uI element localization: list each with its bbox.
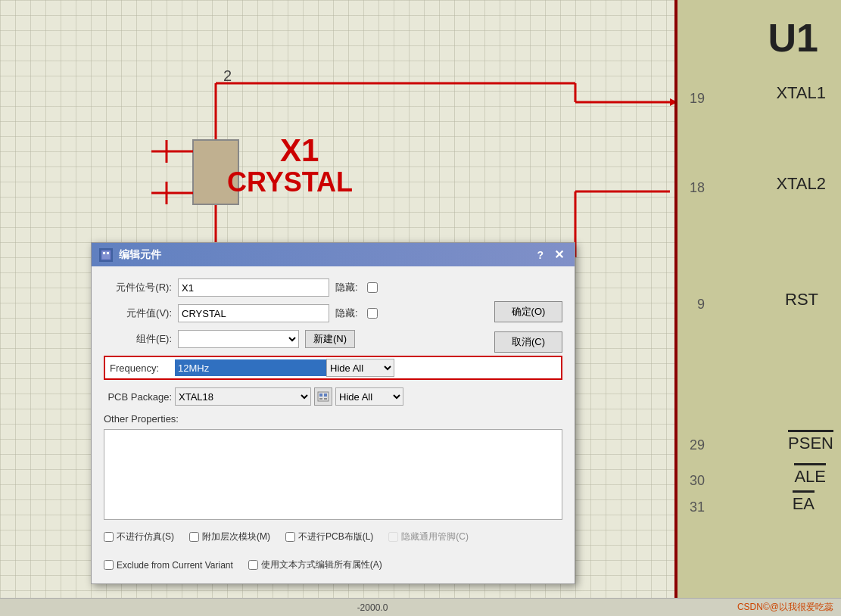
text-edit-label: 使用文本方式编辑所有属性(A): [261, 558, 382, 571]
add-module-checkbox[interactable]: [189, 532, 199, 542]
pin29-number: 29: [690, 437, 705, 453]
svg-rect-22: [319, 394, 322, 397]
no-sim-checkbox-label[interactable]: 不进行仿真(S): [104, 530, 174, 543]
pin18-number: 18: [690, 180, 705, 196]
frequency-hide-select[interactable]: Hide All Show: [326, 359, 394, 377]
exclude-variant-checkbox-label[interactable]: Exclude from Current Variant: [104, 558, 233, 571]
hide-pins-label: 隐藏通用管脚(C): [401, 530, 469, 543]
pin30-label: ALE: [794, 463, 826, 487]
text-edit-checkbox-label[interactable]: 使用文本方式编辑所有属性(A): [248, 558, 382, 571]
dialog-title: 编辑元件: [119, 248, 161, 262]
svg-rect-20: [107, 252, 109, 254]
dialog-titlebar: 编辑元件 ? ✕: [92, 243, 575, 266]
exclude-variant-checkbox[interactable]: [104, 560, 114, 570]
dialog-icon: [99, 248, 113, 262]
dialog-action-buttons: 确定(O) 取消(C): [494, 301, 562, 353]
other-properties-label: Other Properties:: [104, 413, 562, 425]
svg-rect-23: [324, 394, 327, 397]
pcb-browse-button[interactable]: [314, 387, 332, 406]
new-group-button[interactable]: 新建(N): [305, 330, 355, 348]
ref-input[interactable]: [178, 278, 329, 297]
dialog-body: 确定(O) 取消(C) 元件位号(R): 隐藏: 元件值(V): 隐藏: 组件(…: [92, 266, 575, 583]
pin19-label: XTAL1: [776, 83, 826, 103]
value-hide-checkbox[interactable]: [367, 308, 378, 319]
svg-rect-24: [319, 398, 322, 400]
status-watermark: CSDN©@以我很爱吃蕊: [737, 601, 833, 614]
ok-button[interactable]: 确定(O): [494, 301, 562, 322]
no-pcb-checkbox-label[interactable]: 不进行PCB布版(L): [285, 530, 373, 543]
pin31-label: EA: [793, 490, 815, 514]
pin18-label: XTAL2: [776, 174, 826, 194]
crystal-type-label: CRYSTAL: [227, 166, 353, 198]
component-title: U1: [768, 15, 818, 61]
no-sim-label: 不进行仿真(S): [117, 530, 174, 543]
frequency-input[interactable]: [175, 359, 326, 376]
no-pcb-checkbox[interactable]: [285, 532, 295, 542]
status-bar: -2000.0 CSDN©@以我很爱吃蕊: [0, 598, 841, 616]
svg-rect-19: [103, 252, 105, 254]
component-block: U1 19 XTAL1 18 XTAL2 9 RST 29 PSEN 30 AL…: [674, 0, 841, 616]
frequency-label: Frequency:: [107, 362, 175, 374]
svg-rect-25: [324, 398, 327, 400]
hide-pins-checkbox[interactable]: [388, 532, 398, 542]
add-module-label: 附加层次模块(M): [202, 530, 270, 543]
crystal-ref-label: X1: [280, 132, 319, 169]
hide-pins-checkbox-label[interactable]: 隐藏通用管脚(C): [388, 530, 469, 543]
hide-label-1: 隐藏:: [335, 281, 358, 294]
pin31-number: 31: [690, 499, 705, 515]
exclude-variant-label: Exclude from Current Variant: [117, 560, 233, 571]
dialog-help-button[interactable]: ?: [532, 249, 548, 261]
cancel-button[interactable]: 取消(C): [494, 331, 562, 353]
pcb-select[interactable]: XTAL18: [175, 387, 311, 406]
group-label: 组件(E):: [104, 332, 172, 346]
ref-row: 元件位号(R): 隐藏:: [104, 278, 562, 297]
value-label: 元件值(V):: [104, 306, 172, 320]
status-coordinates: -2000.0: [357, 602, 388, 613]
pcb-hide-select[interactable]: Hide All Show: [335, 387, 403, 406]
svg-rect-18: [101, 250, 111, 260]
pin9-label: RST: [785, 290, 818, 310]
ref-label: 元件位号(R):: [104, 281, 172, 294]
frequency-row: Frequency: Hide All Show: [104, 356, 562, 380]
dialog-titlebar-left: 编辑元件: [99, 248, 161, 262]
dialog-controls: ? ✕: [532, 247, 567, 262]
no-sim-checkbox[interactable]: [104, 532, 114, 542]
checkboxes-section: 不进行仿真(S) 附加层次模块(M) 不进行PCB布版(L) 隐藏通用管脚(C)…: [104, 530, 562, 571]
pin9-number: 9: [697, 297, 705, 313]
pin29-label: PSEN: [788, 430, 833, 453]
no-pcb-label: 不进行PCB布版(L): [298, 530, 373, 543]
hide-label-2: 隐藏:: [335, 306, 358, 320]
pcb-label: PCB Package:: [104, 391, 172, 403]
dialog-close-button[interactable]: ✕: [551, 247, 567, 262]
edit-component-dialog: 编辑元件 ? ✕ 确定(O) 取消(C) 元件位号(R): 隐藏: 元件值(V)…: [91, 242, 575, 584]
group-select[interactable]: [178, 330, 299, 348]
pin30-number: 30: [690, 473, 705, 489]
ref-hide-checkbox[interactable]: [367, 282, 378, 293]
text-edit-checkbox[interactable]: [248, 560, 258, 570]
pin19-number: 19: [690, 91, 705, 107]
value-input[interactable]: [178, 304, 329, 322]
pcb-row: PCB Package: XTAL18 Hide All Show: [104, 387, 562, 406]
properties-textarea[interactable]: [104, 429, 562, 520]
add-module-checkbox-label[interactable]: 附加层次模块(M): [189, 530, 270, 543]
properties-area: [104, 429, 562, 523]
